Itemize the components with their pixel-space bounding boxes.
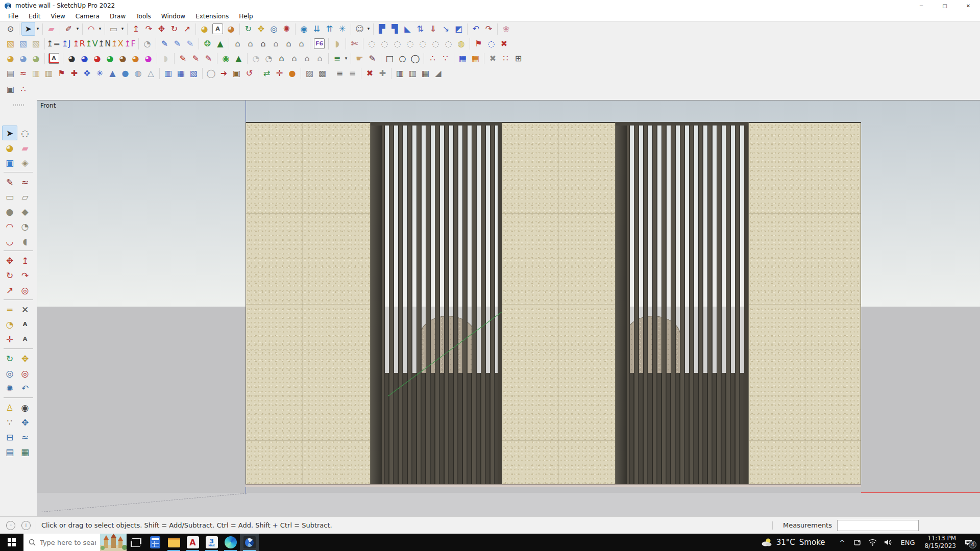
geolocation-status-icon[interactable]: ◦ <box>6 521 15 530</box>
pin-red-icon[interactable]: ✛ <box>273 67 286 80</box>
crate-icon[interactable]: ▣ <box>230 67 243 80</box>
house-door-icon[interactable]: ⌂ <box>275 52 288 65</box>
3d-warehouse-icon[interactable]: ◉ <box>298 22 310 35</box>
caret-icon[interactable]: ▾ <box>35 22 40 35</box>
bucket-orange-icon[interactable]: ◕ <box>129 52 142 65</box>
house-6-icon[interactable]: ⌂ <box>295 37 308 50</box>
close-button[interactable]: ✕ <box>957 0 980 11</box>
layout-page-icon[interactable]: ▤ <box>4 67 17 80</box>
axes-icon[interactable]: ✛ <box>2 332 17 346</box>
rectangle-icon[interactable]: ▭ <box>2 189 17 204</box>
bucket-gray-icon[interactable]: ◔ <box>262 52 275 65</box>
scale-icon[interactable]: ↗ <box>2 283 17 297</box>
arrow-x-icon[interactable]: ↥X <box>111 37 124 50</box>
loop-4-icon[interactable]: ◌ <box>404 37 416 50</box>
book-icon[interactable]: ▥ <box>42 67 55 80</box>
knife-icon[interactable]: ✄ <box>348 37 361 50</box>
swap-icon[interactable]: ⇄ <box>260 67 273 80</box>
loop-5-icon[interactable]: ◌ <box>416 37 429 50</box>
calculator-button[interactable] <box>145 534 164 551</box>
rotated-rectangle-icon[interactable]: ▱ <box>17 189 33 204</box>
arc-3pt-icon[interactable]: ◡ <box>2 234 17 248</box>
bucket-red-icon[interactable]: ◕ <box>91 52 104 65</box>
comb-1-icon[interactable]: ▥ <box>394 67 406 80</box>
caret-icon[interactable]: ▾ <box>366 22 371 35</box>
section-fill-icon[interactable]: ▤ <box>2 444 17 459</box>
vegetation-tree-icon[interactable]: ▲ <box>214 37 227 50</box>
section-cut-icon[interactable]: ▦ <box>17 444 33 459</box>
pan-icon[interactable]: ✥ <box>255 22 267 35</box>
snip-tray-icon[interactable] <box>853 539 861 546</box>
pencil-red-3-icon[interactable]: ✎ <box>202 52 215 65</box>
house-plain-icon[interactable]: ⌂ <box>313 52 326 65</box>
vegetation-ball-icon[interactable]: ❂ <box>201 37 214 50</box>
taskbar-search[interactable] <box>23 534 127 551</box>
loop-6-icon[interactable]: ◌ <box>429 37 442 50</box>
box-book-icon[interactable]: ▥ <box>30 67 42 80</box>
curve-dots-icon[interactable]: ≈ <box>17 67 30 80</box>
share-component-icon[interactable]: ⇈ <box>323 22 336 35</box>
bucket-green2-icon[interactable]: ◕ <box>104 52 116 65</box>
look-around-icon[interactable]: ◉ <box>17 400 33 415</box>
scale-icon[interactable]: ↗ <box>181 22 193 35</box>
flag-icon[interactable]: ⚑ <box>55 67 68 80</box>
box-yellow-icon[interactable]: ▧ <box>4 37 17 50</box>
cylinder-icon[interactable]: ◯ <box>205 67 217 80</box>
house-1-icon[interactable]: ⌂ <box>231 37 244 50</box>
text-style-icon[interactable]: A <box>48 53 59 64</box>
arc-icon[interactable]: ◠ <box>85 22 97 35</box>
zoom-icon[interactable]: ◎ <box>267 22 280 35</box>
pencil-red-2-icon[interactable]: ✎ <box>189 52 202 65</box>
comb-2-icon[interactable]: ▥ <box>406 67 419 80</box>
menu-draw[interactable]: Draw <box>105 13 131 20</box>
wall-panel-right[interactable] <box>748 122 861 485</box>
text-icon[interactable]: A <box>212 23 223 34</box>
follow-me-icon[interactable]: ↷ <box>142 22 155 35</box>
x-plus-icon[interactable]: ✖ <box>363 67 376 80</box>
four-arrows-icon[interactable]: ✥ <box>81 67 93 80</box>
layers-1-icon[interactable]: ≡ <box>333 67 346 80</box>
file-explorer-button[interactable] <box>164 534 183 551</box>
loop-yellow-icon[interactable]: ◍ <box>455 37 468 50</box>
tape-measure-icon[interactable]: ═ <box>2 302 17 317</box>
sketchup-button[interactable] <box>240 534 259 551</box>
model-viewport[interactable]: Front <box>37 100 980 516</box>
points-icon[interactable]: ∵ <box>439 52 452 65</box>
bezier-icon[interactable]: ∴ <box>426 52 439 65</box>
pie-icon[interactable]: ◔ <box>17 219 33 234</box>
move-icon[interactable]: ✥ <box>2 253 17 268</box>
box-tan-icon[interactable]: ▧ <box>30 37 42 50</box>
slat-screen-1[interactable] <box>371 122 502 485</box>
bucket-blue-icon[interactable]: ◕ <box>17 52 30 65</box>
protractor-gray-icon[interactable]: ◔ <box>141 37 154 50</box>
zoom-extents-icon[interactable]: ✺ <box>2 381 17 395</box>
hatch-2-icon[interactable]: ▩ <box>316 67 329 80</box>
house-5-icon[interactable]: ⌂ <box>282 37 295 50</box>
sign-in-icon[interactable]: ☺ <box>353 22 366 35</box>
volume-icon[interactable] <box>884 539 892 546</box>
bezier-edit-icon[interactable]: ∴ <box>17 83 30 95</box>
terrain-from-scratch-icon[interactable]: ▜ <box>388 22 401 35</box>
wifi-icon[interactable] <box>868 539 877 546</box>
drape-icon[interactable]: ⇓ <box>427 22 439 35</box>
caret-icon[interactable]: ▾ <box>75 22 80 35</box>
circle-tool-icon[interactable]: ○ <box>396 52 409 65</box>
orbit-icon[interactable]: ↻ <box>2 351 17 366</box>
smoove-icon[interactable]: ◣ <box>401 22 414 35</box>
star-blue-icon[interactable]: ✳ <box>93 67 106 80</box>
house-4-icon[interactable]: ⌂ <box>270 37 282 50</box>
rotate-icon[interactable]: ↻ <box>168 22 181 35</box>
section-display-icon[interactable]: ≈ <box>17 430 33 444</box>
box-blue-icon[interactable]: ▧ <box>17 37 30 50</box>
clock[interactable]: 11:13 PM 8/15/2023 <box>924 535 956 550</box>
bars-1-icon[interactable]: ▥ <box>162 67 175 80</box>
edge-button[interactable] <box>221 534 240 551</box>
zoom-window-icon[interactable]: ◎ <box>17 366 33 381</box>
loop-flag-icon[interactable]: ⚑ <box>472 37 485 50</box>
menu-tools[interactable]: Tools <box>131 13 156 20</box>
minimize-button[interactable]: ─ <box>910 0 933 11</box>
blue-pencil-3-icon[interactable]: ✎ <box>184 37 197 50</box>
share-model-icon[interactable]: ⇊ <box>310 22 323 35</box>
layers-2-icon[interactable]: ≡ <box>346 67 359 80</box>
cross-red-icon[interactable]: ✚ <box>68 67 81 80</box>
